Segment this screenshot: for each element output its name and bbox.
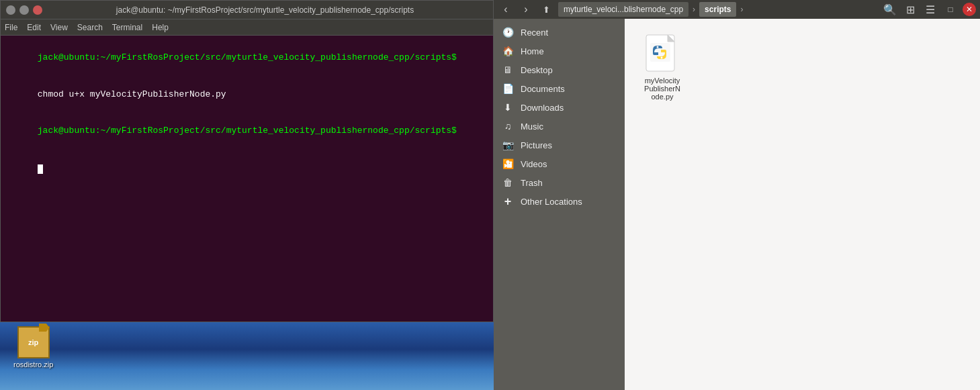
desktop-area: zip rosdistro.zip: [0, 322, 494, 390]
fm-sidebar: 🕐 Recent 🏠 Home 🖥 Desktop 📄 Documents ⬇ …: [494, 19, 625, 390]
terminal-menu-view[interactable]: View: [50, 23, 68, 32]
other-locations-icon: +: [502, 195, 514, 207]
terminal-prompt-2: jack@ubuntu:~/myFirstRosProject/src/mytu…: [38, 126, 457, 136]
sidebar-item-desktop-label: Desktop: [521, 65, 553, 75]
terminal-menu-help[interactable]: Help: [152, 23, 169, 32]
terminal-menu-file[interactable]: File: [5, 23, 17, 32]
fm-path-arrow: ›: [693, 5, 695, 14]
zip-file-icon: zip: [17, 326, 50, 358]
zip-icon-label: zip: [28, 338, 38, 346]
terminal-prompt-1: jack@ubuntu:~/myFirstRosProject/src/mytu…: [38, 52, 457, 62]
sidebar-item-downloads-label: Downloads: [521, 103, 564, 113]
sidebar-item-trash-label: Trash: [521, 178, 543, 188]
sidebar-item-pictures[interactable]: 📷 Pictures: [494, 136, 625, 154]
svg-point-4: [657, 46, 659, 48]
sidebar-item-pictures-label: Pictures: [521, 140, 552, 150]
sidebar-item-desktop[interactable]: 🖥 Desktop: [494, 60, 625, 79]
file-item-python[interactable]: myVelocityPublisherNode.py: [635, 30, 689, 105]
terminal-line-1: jack@ubuntu:~/myFirstRosProject/src/mytu…: [6, 40, 488, 77]
terminal-line-2: chmod u+x myVelocityPublisherNode.py: [6, 77, 488, 113]
home-icon: 🏠: [502, 45, 514, 57]
terminal-close-button[interactable]: [33, 5, 42, 15]
terminal-maximize-button[interactable]: [19, 5, 29, 15]
fm-menu-button[interactable]: ☰: [922, 2, 938, 17]
sidebar-item-documents[interactable]: 📄 Documents: [494, 79, 625, 98]
terminal-titlebar: jack@ubuntu: ~/myFirstRosProject/src/myt…: [1, 1, 493, 19]
terminal-controls: [6, 5, 42, 15]
svg-point-5: [661, 57, 663, 59]
fm-titlebar: ‹ › ⬆ myturtle_veloci...blishernode_cpp …: [494, 0, 980, 19]
terminal-line-4: [6, 150, 488, 187]
music-icon: ♫: [502, 120, 514, 132]
terminal-window: jack@ubuntu: ~/myFirstRosProject/src/myt…: [0, 0, 494, 322]
terminal-line-3: jack@ubuntu:~/myFirstRosProject/src/mytu…: [6, 113, 488, 150]
sidebar-item-music[interactable]: ♫ Music: [494, 117, 625, 136]
sidebar-item-home-label: Home: [521, 46, 544, 56]
sidebar-item-music-label: Music: [521, 121, 543, 132]
desktop-icon: 🖥: [502, 64, 514, 76]
terminal-menu-search[interactable]: Search: [77, 23, 103, 32]
terminal-menu: File Edit View Search Terminal Help: [1, 19, 493, 36]
sidebar-item-home[interactable]: 🏠 Home: [494, 42, 625, 60]
sidebar-item-videos-label: Videos: [521, 159, 547, 169]
terminal-minimize-button[interactable]: [6, 5, 15, 15]
terminal-command-1: chmod u+x myVelocityPublisherNode.py: [38, 89, 226, 99]
file-manager: ‹ › ⬆ myturtle_veloci...blishernode_cpp …: [494, 0, 980, 390]
fm-back-button[interactable]: ‹: [498, 2, 514, 17]
sidebar-item-other-locations-label: Other Locations: [521, 197, 582, 207]
fm-path-current: scripts: [699, 2, 736, 17]
zip-file-label: rosdistro.zip: [13, 360, 53, 369]
sidebar-item-other-locations[interactable]: + Other Locations: [494, 192, 625, 211]
sidebar-item-recent-label: Recent: [521, 28, 548, 38]
sidebar-item-videos[interactable]: 🎦 Videos: [494, 154, 625, 173]
fm-forward-button[interactable]: ›: [518, 2, 534, 17]
fm-path-current-arrow: ›: [740, 5, 743, 14]
fm-content[interactable]: myVelocityPublisherNode.py: [625, 19, 980, 390]
sidebar-item-recent[interactable]: 🕐 Recent: [494, 23, 625, 42]
fm-body: 🕐 Recent 🏠 Home 🖥 Desktop 📄 Documents ⬇ …: [494, 19, 980, 390]
fm-window-button[interactable]: □: [942, 2, 959, 17]
terminal-menu-terminal[interactable]: Terminal: [112, 23, 142, 32]
sidebar-item-trash[interactable]: 🗑 Trash: [494, 173, 625, 192]
sidebar-item-downloads[interactable]: ⬇ Downloads: [494, 98, 625, 117]
terminal-title: jack@ubuntu: ~/myFirstRosProject/src/myt…: [42, 5, 488, 15]
recent-icon: 🕐: [502, 26, 514, 38]
trash-icon: 🗑: [502, 177, 514, 189]
fm-up-button[interactable]: ⬆: [538, 2, 554, 17]
file-item-python-label: myVelocityPublisherNode.py: [644, 77, 680, 101]
videos-icon: 🎦: [502, 158, 514, 170]
zip-file-item[interactable]: zip rosdistro.zip: [13, 326, 53, 369]
fm-search-button[interactable]: 🔍: [882, 2, 898, 17]
sidebar-item-documents-label: Documents: [521, 84, 565, 94]
terminal-menu-edit[interactable]: Edit: [27, 23, 41, 32]
fm-close-button[interactable]: ✕: [963, 3, 976, 16]
documents-icon: 📄: [502, 83, 514, 95]
pictures-icon: 📷: [502, 139, 514, 151]
fm-path-parent[interactable]: myturtle_veloci...blishernode_cpp: [558, 2, 688, 17]
terminal-body[interactable]: jack@ubuntu:~/myFirstRosProject/src/mytu…: [1, 36, 493, 322]
fm-view-toggle-button[interactable]: ⊞: [902, 2, 918, 17]
terminal-cursor: [38, 164, 43, 174]
python-file-svg: [645, 34, 680, 74]
downloads-icon: ⬇: [502, 101, 514, 113]
